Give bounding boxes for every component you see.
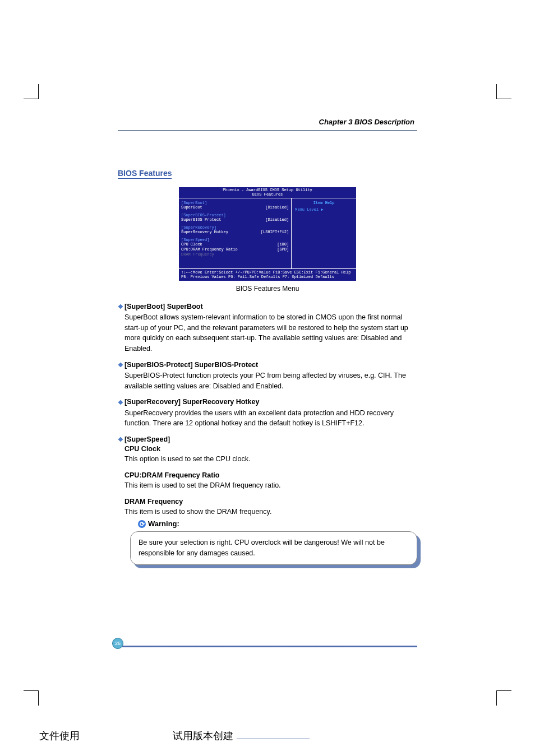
bios-title-line2: BIOS Features [179,192,356,197]
sub-head-cpu-clock: CPU Clock [124,445,417,453]
bios-item: SuperBIOS Protect [181,217,221,222]
figure-caption: BIOS Features Menu [118,285,417,293]
footer-underline [237,739,310,739]
bios-footer-line2: F5: Previous Values F6: Fail-Safe Defaul… [181,275,354,279]
bios-menu-level: Menu Level ▶ [294,207,354,212]
page-content: BIOS Features Phoenix - AwardBIOS CMOS S… [118,168,417,565]
warning-header: ⟳Warning: [138,520,417,528]
bios-help-title: Item Help [294,201,354,205]
item-body-srec: SuperRecovery provides the users with an… [124,408,417,429]
footer-left-text: 文件使用 [39,729,80,743]
bios-item: CPU:DRAM Frequency Ratio [181,247,238,252]
warning-icon: ⟳ [138,520,146,528]
bios-screenshot: Phoenix - AwardBIOS CMOS Setup Utility B… [178,187,357,281]
bios-help-pane: Item Help Menu Level ▶ [292,198,356,268]
page-footer-rule [122,646,417,647]
warning-callout: Be sure your selection is right. CPU ove… [130,531,417,565]
bios-value: [100] [277,242,289,247]
item-head-label: [SuperSpeed] [124,435,170,443]
bios-item: SuperRecovery Hotkey [181,230,228,234]
header-rule [118,130,417,131]
bios-value: [SPD] [277,247,289,252]
item-head-label: [SuperBIOS-Protect] SuperBIOS-Protect [124,361,258,369]
page-number-badge: 26 [112,638,123,649]
sub-head-ratio: CPU:DRAM Frequency Ratio [124,471,417,479]
item-body-ratio: This item is used to set the DRAM freque… [124,480,417,491]
chapter-header: Chapter 3 BIOS Description [319,118,414,126]
bios-value: [LSHIFT+F12] [261,230,289,234]
crop-mark-bl [24,690,39,706]
bios-value: [Disabled] [265,217,289,222]
crop-mark-br [496,690,511,706]
bios-group-superboot: [SuperBoot] [181,201,289,205]
diamond-icon: ❖ [118,303,123,310]
item-head-sbp: ❖[SuperBIOS-Protect] SuperBIOS-Protect [118,361,417,369]
item-head-label: [SuperRecovery] SuperRecovery Hotkey [124,398,259,406]
item-body-sbp: SuperBIOS-Protect function protects your… [124,370,417,392]
bios-title: Phoenix - AwardBIOS CMOS Setup Utility B… [179,187,356,198]
item-head-sspeed: ❖[SuperSpeed] [118,435,417,443]
section-title: BIOS Features [118,169,172,179]
callout-body: Be sure your selection is right. CPU ove… [130,531,417,565]
diamond-icon: ❖ [118,436,123,443]
bios-group-sbp: [SuperBIOS-Protect] [181,213,289,217]
item-head-label: [SuperBoot] SuperBoot [124,303,203,310]
item-head-srec: ❖[SuperRecovery] SuperRecovery Hotkey [118,398,417,406]
bios-item: DRAM Frequency [181,252,214,257]
diamond-icon: ❖ [118,361,123,369]
item-body-superboot: SuperBoot allows system-relevant informa… [124,312,417,354]
footer-mid-text: 试用版本创建 [173,729,310,743]
bios-left-pane: [SuperBoot] SuperBoot[Disabled] [SuperBI… [179,198,292,268]
bios-footer: ↑↓←→:Move Enter:Select +/-/PU/PD:Value F… [179,269,356,281]
bios-footer-line1: ↑↓←→:Move Enter:Select +/-/PU/PD:Value F… [181,270,354,275]
footer-mid-label: 试用版本创建 [173,730,233,741]
warning-label: Warning: [148,520,179,528]
bios-group-sspeed: [SuperSpeed] [181,238,289,242]
bios-value: [Disabled] [265,205,289,210]
item-body-dram: This item is used to show the DRAM frequ… [124,507,417,517]
sub-head-dram: DRAM Frequency [124,498,417,505]
bios-item: CPU Clock [181,242,202,247]
bios-item: SuperBoot [181,205,202,210]
bios-group-srec: [SuperRecovery] [181,225,289,230]
item-body-cpu-clock: This option is used to set the CPU clock… [124,454,417,465]
item-head-superboot: ❖[SuperBoot] SuperBoot [118,303,417,310]
crop-mark-tr [496,84,511,99]
bios-title-line1: Phoenix - AwardBIOS CMOS Setup Utility [179,188,356,192]
diamond-icon: ❖ [118,399,123,406]
crop-mark-tl [24,84,39,99]
